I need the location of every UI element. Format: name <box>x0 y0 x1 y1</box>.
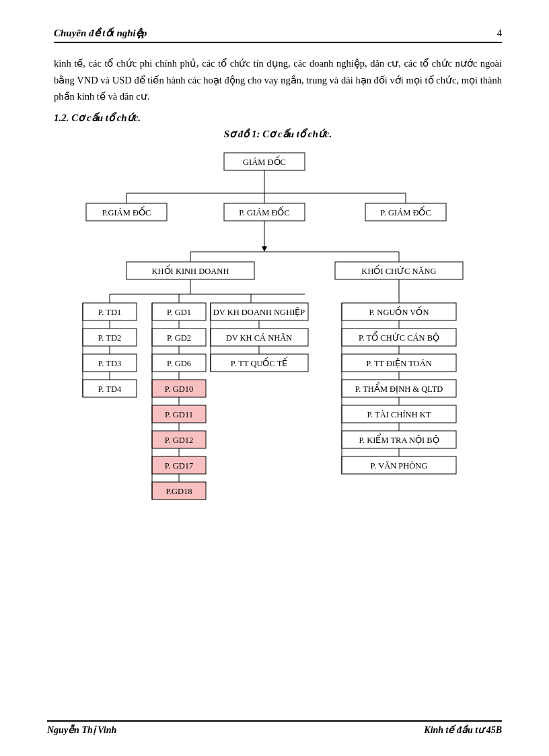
page-footer: Nguyễn Thị Vinh Kinh tế đầu tư 45B <box>47 720 502 736</box>
page: Chuyên đề tốt nghiệp 4 kinh tế, các tổ c… <box>0 0 549 756</box>
svg-text:P.GD18: P.GD18 <box>166 487 192 496</box>
svg-text:P. GIÁM ĐỐC: P. GIÁM ĐỐC <box>380 206 431 217</box>
svg-text:KHỐI CHỨC NĂNG: KHỐI CHỨC NĂNG <box>361 265 436 276</box>
svg-text:P. KIỂM TRA NỘI BỘ: P. KIỂM TRA NỘI BỘ <box>359 434 439 445</box>
svg-text:P. TD1: P. TD1 <box>98 308 122 317</box>
svg-text:KHỐI KINH DOANH: KHỐI KINH DOANH <box>152 265 229 276</box>
svg-marker-14 <box>262 246 267 252</box>
svg-text:P. GIÁM ĐỐC: P. GIÁM ĐỐC <box>239 206 290 217</box>
svg-text:P. GD17: P. GD17 <box>165 461 193 471</box>
svg-text:GIÁM ĐỐC: GIÁM ĐỐC <box>243 156 286 167</box>
footer-class: Kinh tế đầu tư 45B <box>424 724 502 736</box>
svg-text:P. GD12: P. GD12 <box>165 436 193 445</box>
svg-text:DV KH CÁ NHÂN: DV KH CÁ NHÂN <box>226 333 293 343</box>
svg-text:P. TD4: P. TD4 <box>98 384 122 394</box>
svg-text:P. GD11: P. GD11 <box>165 410 193 419</box>
diagram-title: Sơ đồ 1: Cơ cấu tổ chức. <box>54 128 502 140</box>
svg-text:P. GD2: P. GD2 <box>167 333 191 343</box>
page-header: Chuyên đề tốt nghiệp 4 <box>54 27 502 43</box>
header-page: 4 <box>497 28 503 39</box>
svg-text:P. TÀI CHÍNH KT: P. TÀI CHÍNH KT <box>367 410 431 419</box>
org-chart-svg: GIÁM ĐỐC P.GIÁM ĐỐC P. GIÁM ĐỐC P. GIÁM … <box>56 149 500 567</box>
section-title: 1.2. Cơ cấu tổ chức. <box>54 112 502 124</box>
org-chart: GIÁM ĐỐC P.GIÁM ĐỐC P. GIÁM ĐỐC P. GIÁM … <box>54 149 502 567</box>
svg-text:P. GD10: P. GD10 <box>165 384 193 394</box>
svg-text:P. THẨM ĐỊNH & QLTD: P. THẨM ĐỊNH & QLTD <box>355 382 443 394</box>
svg-text:P.GIÁM ĐỐC: P.GIÁM ĐỐC <box>102 206 151 217</box>
svg-text:P. TT QUỐC TẾ: P. TT QUỐC TẾ <box>231 357 289 368</box>
svg-text:P. NGUỒN VỐN: P. NGUỒN VỐN <box>369 306 429 317</box>
body-paragraph: kinh tế, các tổ chức phi chính phủ, các … <box>54 55 502 105</box>
svg-text:P. TD2: P. TD2 <box>98 333 122 343</box>
footer-author: Nguyễn Thị Vinh <box>47 724 116 736</box>
header-title: Chuyên đề tốt nghiệp <box>54 27 147 39</box>
svg-text:P. VĂN PHÒNG: P. VĂN PHÒNG <box>371 461 428 471</box>
svg-text:P. GD6: P. GD6 <box>167 359 191 368</box>
svg-text:P. TD3: P. TD3 <box>98 359 122 368</box>
svg-text:P. TT ĐIỆN TOÁN: P. TT ĐIỆN TOÁN <box>366 358 431 368</box>
svg-text:P. TỔ CHỨC CÁN BỘ: P. TỔ CHỨC CÁN BỘ <box>359 331 439 343</box>
svg-text:DV KH DOANH NGHIỆP: DV KH DOANH NGHIỆP <box>213 307 305 317</box>
svg-text:P. GD1: P. GD1 <box>167 308 191 317</box>
